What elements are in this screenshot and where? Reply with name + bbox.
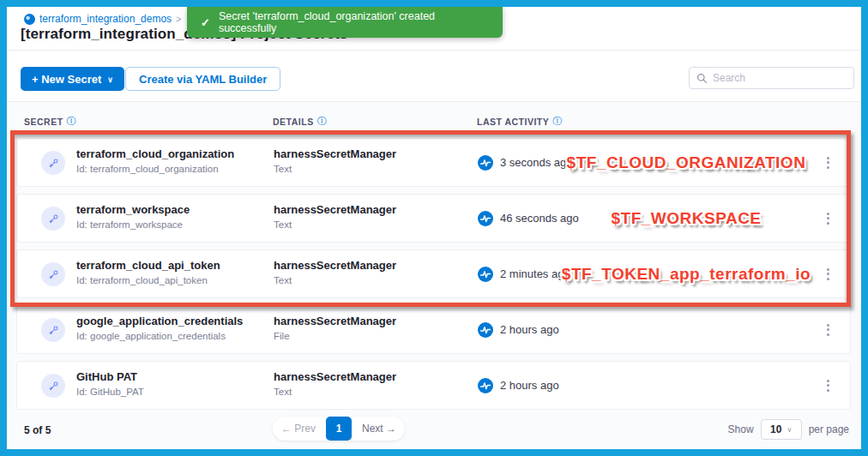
page-size-select[interactable]: 10 ∨: [761, 419, 802, 440]
secret-type: Text: [274, 164, 396, 174]
rows-container: terraform_cloud_organization Id: terrafo…: [16, 138, 851, 417]
show-label: Show: [728, 423, 754, 435]
activity-icon: [478, 211, 493, 226]
search-box[interactable]: [689, 67, 854, 89]
secret-manager: harnessSecretManager: [274, 147, 396, 160]
next-button[interactable]: Next →: [362, 423, 396, 435]
secret-name[interactable]: google_application_credentials: [76, 315, 243, 327]
new-secret-button[interactable]: + New Secret ∨: [21, 67, 124, 91]
row-menu-button[interactable]: [823, 265, 833, 284]
secret-id: Id: terraform_cloud_api_token: [76, 275, 220, 285]
success-toast: ✓ Secret 'terraform_cloud_organization' …: [187, 7, 503, 38]
breadcrumb-chevron: >: [176, 14, 181, 24]
results-count: 5 of 5: [24, 424, 51, 436]
secret-id: Id: terraform_workspace: [76, 219, 190, 230]
yaml-builder-button[interactable]: Create via YAML Builder: [125, 67, 280, 91]
per-page-label: per page: [809, 423, 849, 435]
breadcrumb: terraform_integration_demos >: [24, 13, 182, 25]
table-row[interactable]: google_application_credentials Id: googl…: [16, 305, 851, 354]
pagination: ← Prev 1 Next →: [273, 417, 405, 441]
chevron-down-icon: ∨: [107, 75, 113, 84]
secret-type: Text: [274, 275, 396, 285]
secret-key-icon: [41, 207, 65, 231]
breadcrumb-link[interactable]: terraform_integration_demos: [39, 13, 172, 25]
row-menu-button[interactable]: [823, 376, 833, 395]
annotation-overlay: $TF_TOKEN_app_terraform_io: [532, 265, 841, 284]
secret-type: Text: [274, 219, 396, 230]
info-icon: ⓘ: [67, 115, 77, 128]
table-header: SECRET ⓘ DETAILS ⓘ LAST ACTIVITY ⓘ: [7, 115, 861, 129]
app-window: terraform_integration_demos > [terraform…: [0, 0, 868, 456]
check-icon: ✓: [201, 16, 210, 29]
page-size-control: Show 10 ∨ per page: [728, 419, 849, 440]
secret-name[interactable]: GitHub PAT: [76, 370, 144, 383]
last-activity-text: 2 hours ago: [500, 323, 559, 336]
secret-name[interactable]: terraform_workspace: [76, 203, 190, 216]
table-row[interactable]: terraform_cloud_api_token Id: terraform_…: [16, 249, 851, 298]
page-size-value: 10: [770, 423, 781, 435]
secret-id: Id: google_application_credentials: [76, 331, 243, 341]
activity-icon: [478, 322, 493, 338]
row-menu-button[interactable]: [823, 209, 833, 228]
secret-manager: harnessSecretManager: [274, 203, 396, 216]
column-header-secret: SECRET ⓘ: [24, 115, 76, 128]
secret-id: Id: terraform_cloud_organization: [76, 164, 234, 174]
row-menu-button[interactable]: [823, 321, 833, 339]
column-header-details: DETAILS ⓘ: [273, 115, 327, 128]
project-icon: [24, 14, 35, 25]
header-divider: [7, 50, 861, 51]
row-menu-button[interactable]: [823, 153, 833, 172]
secret-name[interactable]: terraform_cloud_api_token: [76, 259, 220, 272]
prev-button[interactable]: ← Prev: [281, 423, 316, 435]
secret-type: File: [274, 331, 396, 341]
page-number-button[interactable]: 1: [326, 417, 352, 441]
secret-type: Text: [274, 387, 396, 397]
activity-icon: [478, 378, 493, 393]
info-icon: ⓘ: [552, 115, 563, 128]
column-header-last-activity: LAST ACTIVITY ⓘ: [477, 115, 563, 128]
secret-key-icon: [41, 318, 65, 342]
table-row[interactable]: terraform_workspace Id: terraform_worksp…: [16, 194, 851, 243]
secret-key-icon: [41, 151, 65, 175]
annotation-overlay: $TF_CLOUD_ORGANIZATION: [532, 153, 841, 172]
annotation-overlay: $TF_WORKSPACE: [532, 209, 841, 228]
secret-name[interactable]: terraform_cloud_organization: [76, 147, 234, 160]
last-activity-text: 2 hours ago: [500, 379, 559, 392]
search-icon: [696, 73, 708, 84]
search-input[interactable]: [713, 72, 847, 84]
secret-manager: harnessSecretManager: [274, 315, 396, 327]
secret-key-icon: [41, 374, 65, 398]
secret-id: Id: GitHub_PAT: [76, 387, 144, 397]
activity-icon: [478, 267, 493, 282]
secret-manager: harnessSecretManager: [274, 370, 396, 383]
secret-key-icon: [41, 262, 65, 286]
chevron-down-icon: ∨: [787, 426, 792, 434]
secret-manager: harnessSecretManager: [274, 259, 396, 272]
table-row[interactable]: terraform_cloud_organization Id: terrafo…: [16, 138, 851, 187]
activity-icon: [478, 155, 493, 171]
toast-message: Secret 'terraform_cloud_organization' cr…: [219, 10, 489, 34]
info-icon: ⓘ: [317, 115, 328, 128]
table-row[interactable]: GitHub PAT Id: GitHub_PAT harnessSecretM…: [16, 361, 851, 410]
